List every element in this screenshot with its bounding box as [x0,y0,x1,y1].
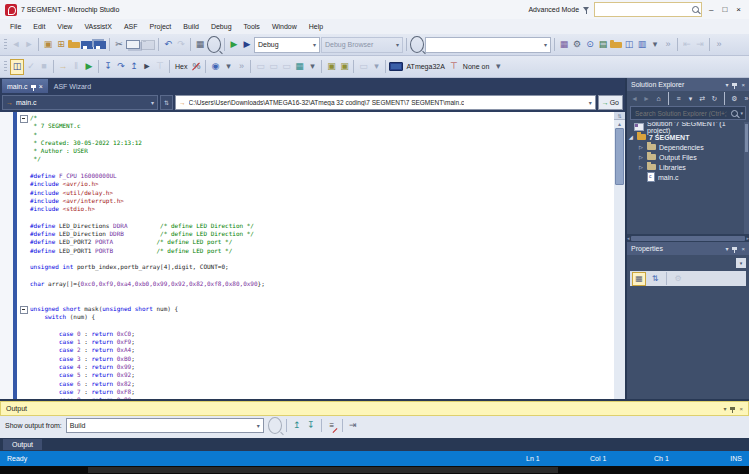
debug-browser-combo[interactable]: Debug Browser ▾ [321,37,403,53]
save-all-icon[interactable] [94,41,106,49]
prev-message-icon[interactable]: ↥ [291,418,303,433]
tree-item-dependencies[interactable]: ▷ Dependencies [627,142,749,152]
va-find-icon[interactable] [410,36,424,53]
overflow-icon[interactable]: » [662,37,674,52]
overflow3-icon[interactable]: » [235,59,247,74]
overflow6-icon[interactable]: ▾ [492,59,504,74]
se-filter-dropdown-icon[interactable]: ▾ [686,92,695,104]
find-icon[interactable] [207,36,221,53]
panel-menu-icon[interactable]: ▾ [723,405,726,412]
word-wrap-icon[interactable]: ⇥ [347,418,359,433]
va-options-icon[interactable]: ◫ [623,37,635,52]
tree-item-libraries[interactable]: ▷ Libraries [627,162,749,172]
chevron-down-icon[interactable]: ▾ [736,258,746,268]
clock-icon[interactable]: ⊙ [584,37,596,52]
advanced-mode-label[interactable]: Advanced Mode [528,6,579,13]
quick-launch-box[interactable] [594,2,702,17]
wrench-icon[interactable]: ⚙ [571,37,583,52]
start-debugging-icon[interactable]: ▶ [228,37,240,52]
io-view-icon[interactable]: ▦ [293,59,305,74]
tab-main-c[interactable]: main.c × [2,79,48,93]
minimize-button[interactable]: – [709,5,713,14]
tree-item-solution[interactable]: Solution '7 SEGMENT' (1 project) [627,122,749,132]
se-overflow-icon[interactable]: » [742,92,749,104]
overflow4-icon[interactable]: ▾ [306,59,318,74]
close-button[interactable]: × [736,5,741,14]
output-titlebar[interactable]: Output ▾ × [0,401,749,416]
close-icon[interactable]: × [39,83,43,90]
save-icon[interactable] [81,41,93,49]
tab-asf-wizard[interactable]: ASF Wizard [49,79,96,93]
close-icon[interactable]: × [741,246,745,252]
settings-icon[interactable]: ▦ [558,37,570,52]
device-info-icon[interactable]: ▣ [338,59,350,74]
tab-output[interactable]: Output [3,439,42,450]
device-programming-icon[interactable]: ▤ [597,37,609,52]
tree-horizontal-scrollbar[interactable]: ◂ ▸ [627,234,749,242]
menu-help[interactable]: Help [303,21,329,32]
menu-tools[interactable]: Tools [238,21,266,32]
open-folder2-icon[interactable] [610,42,622,48]
chevron-down-icon[interactable]: ▾ [740,110,743,116]
menu-debug[interactable]: Debug [205,21,238,32]
copy-icon[interactable] [126,40,140,49]
categorized-icon[interactable]: ▦ [632,272,646,286]
chevron-expanded-icon[interactable]: ◢ [629,134,634,140]
clear-all-icon[interactable]: ≡ [326,418,338,433]
close-icon[interactable]: × [739,406,743,412]
mode-filter-icon[interactable] [583,6,590,14]
next-message-icon[interactable]: ↧ [305,418,317,433]
scrollbar-thumb[interactable] [631,236,746,241]
step-out-icon[interactable]: ↥ [128,59,140,74]
pin-icon[interactable] [732,83,737,86]
tool-icon[interactable]: ⊤ [448,59,460,74]
code-text-area[interactable]: /* * 7 SEGMENT.c * * Created: 30-05-2022… [17,112,614,399]
output-source-combo[interactable]: Build ▾ [66,418,264,433]
quick-launch-input[interactable] [597,5,690,14]
device-chip-icon[interactable] [389,62,403,71]
menu-asf[interactable]: ASF [118,21,144,32]
scrollbar-thumb[interactable] [615,128,624,185]
dropdown-arrow-icon[interactable]: ▾ [649,37,661,52]
tree-item-main-c[interactable]: main.c [627,172,749,182]
panel-menu-icon[interactable]: ▾ [725,81,728,88]
disable-breakpoints-icon[interactable]: % [190,59,202,74]
watch-icon[interactable]: ◉ [209,59,221,74]
splitter-handle-icon[interactable]: ⇅ [614,112,625,120]
solution-search-input[interactable] [633,109,729,118]
file-path-combo[interactable]: → C:\Users\User\Downloads\ATMEGA16-32\AT… [175,95,596,110]
menu-window[interactable]: Window [266,21,303,32]
restore-button[interactable]: □ [722,5,727,14]
memory-icon[interactable]: ▥ [636,37,648,52]
va-scope-combo[interactable]: ▾ [425,37,551,53]
go-button[interactable]: → Go [598,95,623,110]
device-name-label[interactable]: ATmega32A [404,59,446,74]
menu-build[interactable]: Build [177,21,205,32]
properties-titlebar[interactable]: Properties ▾ × [627,242,749,255]
se-sync-icon[interactable]: ⇄ [698,92,707,104]
solution-search-box[interactable]: ▾ [630,106,746,120]
se-home-icon[interactable]: ⌂ [654,92,663,104]
navigate-window-icon[interactable]: ▦ [194,37,206,52]
se-refresh-icon[interactable]: ↻ [710,92,719,104]
open-file-icon[interactable] [68,42,80,48]
solution-explorer-titlebar[interactable]: Solution Explorer ▾ × [627,78,749,91]
add-new-item-icon[interactable]: ⊞ [55,37,67,52]
overflow5-icon[interactable]: ▾ [370,59,382,74]
pin-icon[interactable] [31,85,36,88]
overflow2-icon[interactable]: » [713,37,725,52]
continue-icon[interactable]: ▶ [83,59,95,74]
step-into-icon[interactable]: ↧ [102,59,114,74]
step-over-icon[interactable]: ↷ [115,59,127,74]
tree-item-output-files[interactable]: ▷ Output Files [627,152,749,162]
menu-file[interactable]: File [4,21,27,32]
scroll-left-icon[interactable]: ◂ [627,235,630,241]
chevron-collapsed-icon[interactable]: ▷ [639,164,644,170]
navbar-splitter[interactable]: ⇅ [160,95,173,110]
close-icon[interactable]: × [741,82,745,88]
undo-icon[interactable]: ↶ [162,37,174,52]
tool-name-label[interactable]: None on [461,59,491,74]
tree-vertical-scrollbar[interactable] [744,122,749,234]
new-project-icon[interactable]: ▣ [42,37,54,52]
alphabetical-icon[interactable]: ⇅ [649,273,661,285]
